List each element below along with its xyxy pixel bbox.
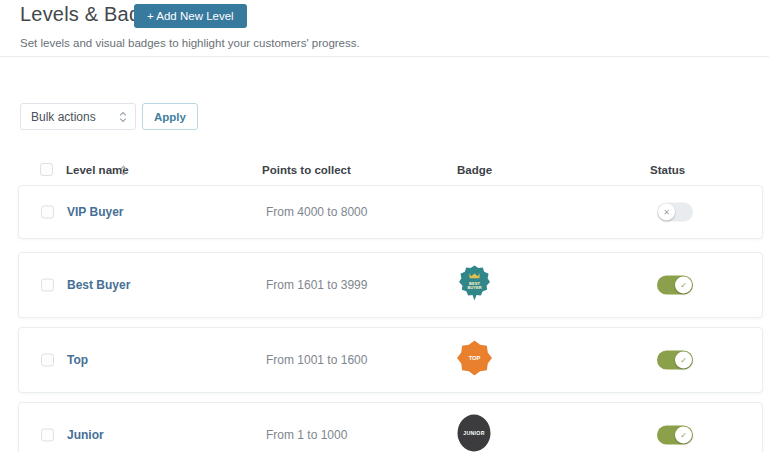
row-checkbox[interactable] [41,279,54,292]
bulk-actions-select[interactable]: Bulk actions [20,103,136,130]
level-name-link[interactable]: Best Buyer [67,278,130,292]
level-name-link[interactable]: Top [67,353,88,367]
svg-text:BUYER: BUYER [467,285,481,290]
badge-shield: BEST BUYER [456,264,492,306]
status-toggle[interactable]: ✓ [657,276,693,295]
sort-icon[interactable] [120,165,127,176]
status-toggle[interactable]: ✕ [657,203,693,222]
level-name-link[interactable]: VIP Buyer [67,205,123,219]
svg-text:JUNIOR: JUNIOR [463,430,484,436]
points-range: From 4000 to 8000 [266,205,367,219]
column-header-badge: Badge [457,164,492,176]
levels-badges-page: Levels & Badges + Add New Level Set leve… [0,0,769,452]
table-header-row: Level name Points to collect Badge Statu… [0,161,769,181]
apply-button[interactable]: Apply [142,103,198,130]
column-header-points: Points to collect [262,164,351,176]
points-range: From 1601 to 3999 [266,278,367,292]
header-divider [0,56,769,57]
table-row: Best Buyer From 1601 to 3999 BEST BUYER … [18,252,763,318]
points-range: From 1 to 1000 [266,428,347,442]
status-toggle[interactable]: ✓ [657,351,693,370]
row-checkbox[interactable] [41,206,54,219]
toggle-knob-check-icon: ✓ [675,427,692,444]
table-row: Top From 1001 to 1600 TOP ✓ [18,327,763,393]
svg-text:TOP: TOP [468,355,480,361]
row-checkbox[interactable] [41,429,54,442]
row-checkbox[interactable] [41,354,54,367]
badge-circle: JUNIOR [456,414,492,452]
select-all-checkbox[interactable] [40,163,53,176]
toggle-knob-x-icon: ✕ [658,204,675,221]
add-new-level-button[interactable]: + Add New Level [134,4,247,28]
toggle-knob-check-icon: ✓ [675,352,692,369]
points-range: From 1001 to 1600 [266,353,367,367]
table-row: VIP Buyer From 4000 to 8000 ✕ [18,185,763,239]
level-name-link[interactable]: Junior [67,428,104,442]
column-header-status: Status [650,164,685,176]
page-subtitle: Set levels and visual badges to highligh… [20,37,360,49]
table-row: Junior From 1 to 1000 JUNIOR ✓ [18,402,763,452]
bulk-actions-selected-value: Bulk actions [31,110,96,124]
select-updown-chevron-icon [119,111,127,123]
status-toggle[interactable]: ✓ [657,426,693,445]
toggle-knob-check-icon: ✓ [675,277,692,294]
badge-seal: TOP [456,341,492,380]
